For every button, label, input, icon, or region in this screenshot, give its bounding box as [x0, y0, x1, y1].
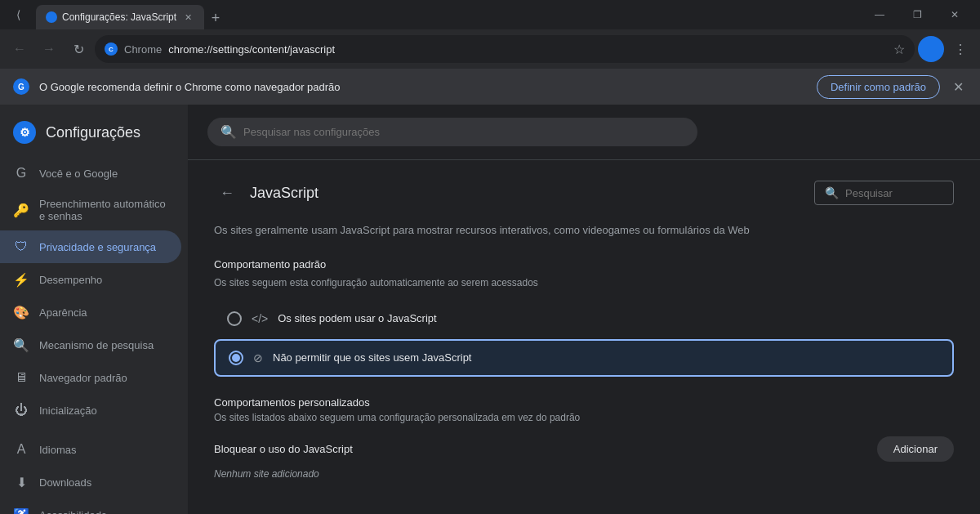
sidebar-item-label-appearance: Aparência: [39, 306, 87, 319]
browser-icon: 🖥: [13, 369, 29, 386]
active-tab[interactable]: Configurações: JavaScript ✕: [36, 5, 204, 29]
sidebar-item-label-search: Mecanismo de pesquisa: [39, 339, 154, 351]
sidebar-item-downloads[interactable]: ⬇ Downloads: [0, 466, 181, 498]
bookmark-icon[interactable]: ☆: [893, 42, 905, 57]
sidebar-item-label-browser: Navegador padrão: [39, 372, 127, 384]
sidebar-item-search[interactable]: 🔍 Mecanismo de pesquisa: [0, 329, 181, 361]
content-header: 🔍: [188, 105, 980, 160]
content-area: 🔍 ← JavaScript 🔍 Os sites geralmente usa…: [188, 105, 980, 514]
accessibility-icon: ♿: [13, 507, 29, 514]
search-config-input[interactable]: [243, 126, 684, 138]
main-layout: ⚙ Configurações G Você e o Google 🔑 Pree…: [0, 105, 980, 514]
sidebar-item-label-downloads: Downloads: [39, 476, 91, 489]
titlebar-left: ⟨: [7, 3, 29, 26]
block-js-label: Não permitir que os sites usem JavaScrip…: [273, 351, 471, 364]
google-icon: G: [13, 78, 29, 95]
set-default-button[interactable]: Definir como padrão: [817, 75, 940, 99]
sidebar-header: ⚙ Configurações: [0, 105, 188, 157]
js-settings-title: JavaScript: [250, 185, 318, 202]
sidebar: ⚙ Configurações G Você e o Google 🔑 Pree…: [0, 105, 188, 514]
back-button[interactable]: ←: [7, 36, 33, 62]
sidebar-item-startup[interactable]: ⏻ Inicialização: [0, 394, 181, 427]
tab-close-button[interactable]: ✕: [181, 11, 194, 24]
sidebar-item-label-accessibility: Acessibilidade: [39, 509, 107, 515]
site-favicon: C: [105, 42, 118, 56]
sidebar-item-label-startup: Inicialização: [39, 404, 97, 417]
allow-js-option[interactable]: </> Os sites podem usar o JavaScript: [214, 302, 954, 336]
navbar: ← → ↻ C Chrome chrome://settings/content…: [0, 29, 980, 69]
tab-history-back-button[interactable]: ⟨: [7, 3, 29, 26]
search-config-icon: 🔍: [220, 124, 237, 140]
chrome-label: Chrome: [124, 43, 162, 56]
new-tab-button[interactable]: +: [204, 7, 227, 29]
block-js-icon: ⊘: [253, 351, 263, 364]
custom-section-label: Comportamentos personalizados: [214, 396, 954, 409]
sidebar-item-appearance[interactable]: 🎨 Aparência: [0, 296, 181, 329]
allow-js-icon: </>: [252, 312, 268, 325]
block-js-section: Bloquear o uso do JavaScript Adicionar: [214, 436, 954, 462]
search-engine-icon: 🔍: [13, 337, 29, 353]
sidebar-item-label-privacy: Privacidade e segurança: [39, 241, 156, 253]
allow-radio-button[interactable]: [227, 311, 242, 326]
js-description: Os sites geralmente usam JavaScript para…: [214, 222, 954, 239]
autofill-icon: 🔑: [13, 202, 29, 218]
sidebar-item-languages[interactable]: A Idiomas: [0, 433, 181, 466]
privacy-icon: 🛡: [13, 239, 29, 255]
forward-button[interactable]: →: [36, 36, 62, 62]
sidebar-item-performance[interactable]: ⚡ Desempenho: [0, 263, 181, 296]
no-site-added: Nenhum site adicionado: [214, 468, 954, 480]
search-config-bar[interactable]: 🔍: [207, 118, 697, 146]
infobar-close-button[interactable]: ✕: [950, 76, 967, 98]
js-search-icon: 🔍: [825, 186, 839, 199]
sidebar-item-browser[interactable]: 🖥 Navegador padrão: [0, 361, 181, 394]
minimize-button[interactable]: —: [861, 2, 898, 28]
sidebar-item-label-performance: Desempenho: [39, 274, 102, 286]
window-controls: — ❐ ✕: [861, 2, 973, 28]
block-radio-button[interactable]: [229, 351, 243, 365]
address-url: chrome://settings/content/javascript: [168, 43, 887, 56]
add-site-button[interactable]: Adicionar: [877, 436, 954, 462]
infobar-text: O Google recomenda definir o Chrome como…: [39, 81, 807, 93]
js-settings-header: ← JavaScript 🔍: [214, 180, 954, 206]
default-section-label: Comportamento padrão: [214, 258, 954, 270]
languages-icon: A: [13, 441, 29, 458]
downloads-icon: ⬇: [13, 474, 29, 490]
infobar: G O Google recomenda definir o Chrome co…: [0, 69, 980, 105]
sidebar-item-label-autofill: Preenchimento automático e senhas: [39, 198, 168, 222]
block-js-option[interactable]: ⊘ Não permitir que os sites usem JavaScr…: [214, 339, 954, 377]
maximize-button[interactable]: ❐: [898, 2, 936, 28]
appearance-icon: 🎨: [13, 304, 29, 320]
back-to-privacy-button[interactable]: ←: [214, 180, 240, 206]
tab-bar: Configurações: JavaScript ✕ +: [36, 0, 854, 29]
block-section-label: Bloquear o uso do JavaScript: [214, 443, 353, 455]
sidebar-title: Configurações: [46, 124, 140, 141]
address-bar[interactable]: C Chrome chrome://settings/content/javas…: [95, 35, 915, 63]
sidebar-item-autofill[interactable]: 🔑 Preenchimento automático e senhas: [0, 190, 181, 230]
tab-title: Configurações: JavaScript: [62, 11, 176, 23]
javascript-settings: ← JavaScript 🔍 Os sites geralmente usam …: [188, 160, 980, 499]
startup-icon: ⏻: [13, 402, 29, 418]
allow-js-label: Os sites podem usar o JavaScript: [278, 312, 436, 324]
sidebar-item-privacy[interactable]: 🛡 Privacidade e segurança: [0, 230, 181, 263]
refresh-button[interactable]: ↻: [65, 36, 91, 62]
custom-section-sublabel: Os sites listados abaixo seguem uma conf…: [214, 412, 954, 423]
titlebar: ⟨ Configurações: JavaScript ✕ + — ❐ ✕: [0, 0, 980, 29]
close-window-button[interactable]: ✕: [936, 2, 973, 28]
chrome-menu-button[interactable]: ⋮: [947, 36, 973, 62]
tab-favicon: [46, 11, 57, 23]
js-search-bar[interactable]: 🔍: [814, 181, 954, 205]
settings-logo: ⚙: [13, 121, 36, 144]
sidebar-item-label-google: Você e o Google: [39, 168, 118, 180]
performance-icon: ⚡: [13, 271, 29, 288]
sidebar-item-label-languages: Idiomas: [39, 444, 77, 456]
js-search-input[interactable]: [845, 187, 943, 199]
sidebar-item-accessibility[interactable]: ♿ Acessibilidade: [0, 498, 181, 514]
google-sidebar-icon: G: [13, 165, 29, 181]
profile-button[interactable]: [918, 36, 944, 62]
sidebar-item-google[interactable]: G Você e o Google: [0, 157, 181, 190]
default-section-sublabel: Os sites seguem esta configuração automa…: [214, 277, 954, 288]
